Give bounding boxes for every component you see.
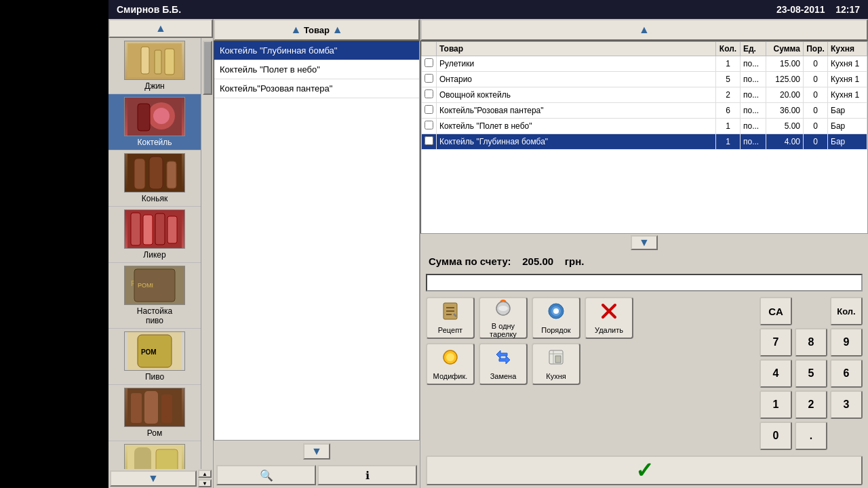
sidebar-item-cognac[interactable]: Коньяк — [108, 150, 201, 207]
product-panel-info-btn[interactable]: ℹ — [317, 465, 417, 485]
sidebar-scrollbar-down-btn[interactable]: ▼ — [198, 479, 212, 487]
col-unit: Ед. — [741, 42, 766, 56]
order-input-row — [420, 271, 868, 294]
order-row-5-name: Коктейль "Полет в небо" — [437, 119, 716, 134]
product-panel-search-btn[interactable]: 🔍 — [216, 465, 316, 485]
product-panel: Товар Коктейль "Глубинная бомба" Коктейл… — [214, 19, 420, 488]
order-row-3-unit: по... — [741, 87, 766, 103]
confirm-area: ✓ — [420, 453, 868, 488]
col-qty: Кол. — [716, 42, 741, 56]
order-row-2[interactable]: Онтарио 5 по... 125.00 0 Кухня 1 — [422, 72, 867, 87]
order-row-6-checkbox[interactable] — [425, 136, 433, 145]
order-row-5-unit: по... — [741, 119, 766, 134]
numpad-5-btn[interactable]: 5 — [795, 359, 827, 388]
order-row-3-sum: 20.00 — [766, 87, 804, 103]
recipe-btn[interactable]: Рецепт — [426, 297, 475, 339]
numpad-kol-btn[interactable]: Кол. — [830, 297, 863, 325]
product-item-2[interactable]: Коктейль "Полет в небо" — [214, 60, 419, 79]
sidebar-item-pivo-img: РОМ — [124, 331, 185, 371]
numpad-9-btn[interactable]: 9 — [830, 328, 863, 357]
order-row-1-order: 0 — [804, 56, 828, 72]
order-label: Порядок — [541, 326, 570, 334]
order-btn[interactable]: Порядок — [532, 297, 580, 339]
sidebar-scroll-up-btn[interactable] — [108, 19, 213, 38]
order-table: Товар Кол. Ед. Сумма Пор. Кухня Рулетики — [421, 41, 867, 150]
sidebar-scrollbar-up-btn[interactable]: ▲ — [198, 470, 212, 478]
order-scroll-down-btn[interactable] — [631, 235, 658, 250]
order-row-2-checkbox[interactable] — [425, 74, 433, 83]
order-row-6[interactable]: Коктейль "Глубинная бомба" 1 по... 4.00 … — [422, 134, 867, 150]
order-row-4-kitchen: Бар — [828, 103, 867, 119]
replace-btn[interactable]: Замена — [479, 343, 528, 385]
svg-point-36 — [498, 306, 508, 311]
numpad-8-btn[interactable]: 8 — [795, 328, 827, 357]
order-row-3[interactable]: Овощной коктейль 2 по... 20.00 0 Кухня 1 — [422, 87, 867, 103]
numpad-3-btn[interactable]: 3 — [830, 390, 863, 419]
sidebar-item-pivo[interactable]: РОМ Пиво — [108, 329, 201, 385]
order-row-4-qty: 6 — [716, 103, 741, 119]
replace-label: Замена — [490, 372, 517, 380]
order-row-1[interactable]: Рулетики 1 по... 15.00 0 Кухня 1 — [422, 56, 867, 72]
sidebar-item-cocktail-label: Коктейль — [137, 138, 172, 147]
delete-btn[interactable]: Удалить — [585, 297, 633, 339]
order-row-5-checkbox[interactable] — [425, 121, 433, 129]
product-panel-up-icon — [291, 24, 302, 36]
numpad-7-btn[interactable]: 7 — [760, 328, 792, 357]
sidebar-bottom-controls: ▲ ▼ — [108, 469, 213, 488]
action-numpad-area: Рецепт В одну тарелку Поря — [420, 294, 868, 453]
order-input[interactable] — [426, 274, 863, 291]
svg-rect-25 — [131, 393, 142, 423]
main-content: Джин Коктейль Коньяк — [108, 19, 868, 488]
sidebar-scroll-thumb[interactable] — [203, 41, 212, 95]
product-item-1[interactable]: Коктейль "Глубинная бомба" — [214, 41, 419, 60]
sidebar-item-tincture[interactable]: РОМPOMI Настойкапиво — [108, 263, 201, 329]
modify-icon — [441, 348, 460, 371]
order-summary-value: 205.00 — [522, 256, 553, 267]
order-row-4-checkbox[interactable] — [425, 105, 433, 114]
svg-point-6 — [153, 108, 170, 124]
svg-rect-3 — [165, 49, 174, 75]
numpad-2-btn[interactable]: 2 — [795, 390, 827, 419]
confirm-btn[interactable]: ✓ — [426, 455, 863, 485]
order-row-3-kitchen: Кухня 1 — [828, 87, 867, 103]
order-row-5[interactable]: Коктейль "Полет в небо" 1 по... 5.00 0 Б… — [422, 119, 867, 134]
order-row-4-name: Коктейль"Розовая пантера" — [437, 103, 716, 119]
sidebar-item-rum[interactable]: Ром — [108, 385, 201, 441]
sidebar-item-rum2[interactable] — [108, 441, 201, 469]
header: Смирнов Б.Б. 23-08-2011 12:17 — [108, 0, 868, 19]
svg-rect-15 — [155, 214, 165, 245]
numpad-1-btn[interactable]: 1 — [760, 390, 792, 419]
svg-point-39 — [553, 308, 559, 314]
order-row-2-sum: 125.00 — [766, 72, 804, 87]
order-row-1-checkbox[interactable] — [425, 58, 433, 67]
sidebar-item-rum-label: Ром — [147, 428, 162, 438]
numpad-dot-btn[interactable]: . — [795, 422, 827, 450]
sidebar-item-liquor[interactable]: Ликер — [108, 207, 201, 263]
sidebar-scroll-down-btn[interactable] — [110, 470, 197, 487]
sidebar-item-rum-img — [124, 388, 185, 427]
modify-btn[interactable]: Модифик. — [426, 343, 475, 385]
numpad-6-btn[interactable]: 6 — [830, 359, 863, 388]
order-row-3-checkbox[interactable] — [425, 89, 433, 98]
sidebar-item-cocktail[interactable]: Коктейль — [108, 94, 201, 150]
info-icon: ℹ — [366, 469, 370, 482]
order-table-header-row — [420, 19, 868, 41]
one-plate-btn[interactable]: В одну тарелку — [479, 297, 528, 339]
numpad-ca-btn[interactable]: CA — [760, 297, 792, 325]
product-panel-scroll-down-btn[interactable] — [303, 443, 330, 460]
numpad-0-btn[interactable]: 0 — [760, 422, 792, 450]
sidebar-item-gin-label: Джин — [144, 81, 164, 91]
order-row-4[interactable]: Коктейль"Розовая пантера" 6 по... 36.00 … — [422, 103, 867, 119]
svg-rect-11 — [167, 161, 176, 188]
product-panel-nav — [214, 441, 420, 462]
numpad-4-btn[interactable]: 4 — [760, 359, 792, 388]
svg-rect-29 — [134, 447, 151, 469]
sidebar-item-gin[interactable]: Джин — [108, 38, 201, 94]
sidebar-item-cocktail-img — [124, 97, 185, 136]
product-item-3[interactable]: Коктейль"Розовая пантера" — [214, 79, 419, 98]
sidebar-scrollbar — [201, 38, 213, 469]
order-row-2-unit: по... — [741, 72, 766, 87]
order-row-2-name: Онтарио — [437, 72, 716, 87]
kitchen-btn[interactable]: Кухня — [532, 343, 580, 385]
sidebar-items-container: Джин Коктейль Коньяк — [108, 38, 213, 469]
